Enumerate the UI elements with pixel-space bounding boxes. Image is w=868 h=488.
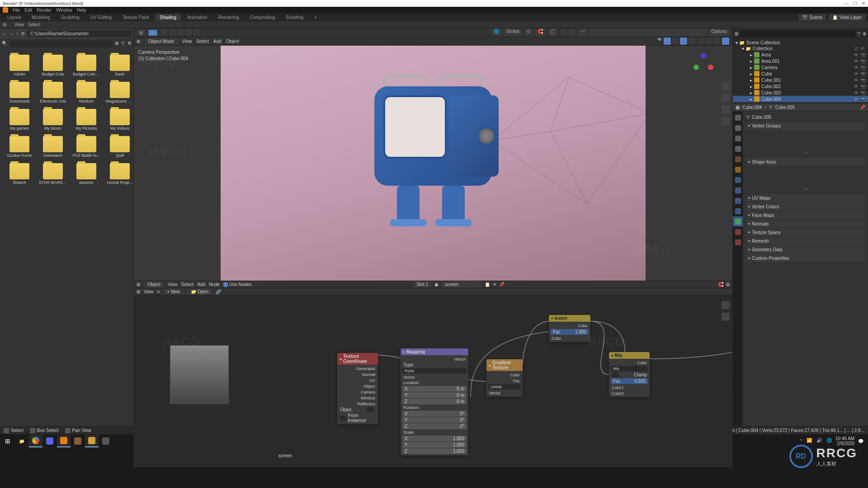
- menu-help[interactable]: Help: [77, 8, 86, 13]
- ptab-render[interactable]: [733, 113, 743, 122]
- ie-link-icon[interactable]: 🔗: [216, 289, 221, 294]
- use-nodes-toggle[interactable]: Use Nodes: [223, 282, 251, 287]
- ie-new-button[interactable]: + New: [163, 288, 184, 295]
- ptab-modifiers[interactable]: [733, 175, 743, 185]
- zoom-icon[interactable]: [722, 82, 730, 90]
- vp-shading-solid[interactable]: [706, 38, 713, 45]
- render-icon[interactable]: 📷: [860, 65, 865, 70]
- ptab-mesh-data[interactable]: [733, 216, 743, 226]
- tree-item[interactable]: ▸Camera👁📷: [733, 64, 868, 70]
- vp-shading-rendered[interactable]: [722, 38, 729, 45]
- select-mode-2[interactable]: [169, 29, 176, 36]
- visibility-icon[interactable]: 👁: [854, 59, 859, 64]
- tray-lang-icon[interactable]: 🌐: [826, 438, 832, 444]
- ptab-viewlayer[interactable]: [733, 133, 743, 143]
- menu-edit[interactable]: Edit: [24, 8, 32, 13]
- shade-1[interactable]: [664, 38, 671, 45]
- fb-search-input[interactable]: [10, 41, 112, 47]
- ne-overlay-icon[interactable]: ⊞: [726, 282, 730, 287]
- folder-item[interactable]: Electronic Arts: [37, 80, 69, 105]
- vp-shading-wire[interactable]: [698, 38, 705, 45]
- task-discord[interactable]: [43, 435, 57, 447]
- select-mode-4[interactable]: [185, 29, 192, 36]
- vp-menu-add[interactable]: Add: [213, 39, 222, 44]
- tray-notifications-icon[interactable]: 💬: [858, 439, 863, 444]
- ptab-particles[interactable]: [733, 185, 743, 195]
- render-icon[interactable]: 📷: [860, 78, 865, 83]
- node-header[interactable]: Mix: [609, 352, 650, 359]
- select-mode-5[interactable]: [193, 29, 200, 36]
- folder-item[interactable]: Budget Cuts ...: [71, 53, 102, 78]
- ptab-output[interactable]: [733, 123, 743, 133]
- node-invert[interactable]: Invert Color Fac1.000 Color: [549, 315, 590, 342]
- panel-remesh[interactable]: Remesh: [745, 237, 865, 245]
- folder-item[interactable]: Adobe: [4, 53, 35, 78]
- task-blender[interactable]: [57, 435, 71, 447]
- folder-item[interactable]: Oculus Home: [4, 134, 35, 160]
- select-mode-3[interactable]: [177, 29, 184, 36]
- tab-add[interactable]: +: [310, 14, 321, 21]
- axis-x[interactable]: [708, 65, 713, 70]
- fb-settings-icon[interactable]: ⚙: [127, 41, 132, 47]
- menu-file[interactable]: File: [13, 8, 20, 13]
- ptab-material[interactable]: [733, 227, 743, 237]
- folder-item[interactable]: My Pictures: [71, 107, 102, 132]
- gradient-type-select[interactable]: Linear: [488, 384, 521, 389]
- node-mapping[interactable]: Mapping Vector Type: Point Vector Locati…: [401, 348, 468, 455]
- fb-filter-icon2[interactable]: ▽: [121, 41, 125, 47]
- move-icon[interactable]: [722, 94, 730, 102]
- render-icon[interactable]: 📷: [860, 84, 865, 89]
- fb-back-button[interactable]: ←: [2, 31, 6, 36]
- mode-dropdown[interactable]: Object Mode: [145, 38, 178, 45]
- fb-refresh-button[interactable]: ⟳: [21, 31, 25, 36]
- viewlayer-selector[interactable]: 📋View Layer: [829, 14, 865, 21]
- fb-menu-view[interactable]: View: [14, 22, 24, 27]
- ne-zoom-icon[interactable]: [722, 301, 730, 309]
- panel-uv-maps[interactable]: UV Maps: [745, 194, 865, 202]
- visibility-icon[interactable]: 👁: [854, 84, 859, 89]
- outliner-new-collection[interactable]: ⊕: [863, 31, 866, 36]
- folder-item[interactable]: Unreal Proje...: [104, 161, 133, 187]
- shade-4[interactable]: [688, 38, 695, 45]
- axis-y[interactable]: [693, 65, 699, 70]
- vp-shading-matprev[interactable]: [714, 38, 721, 45]
- folder-item[interactable]: Dash: [104, 53, 133, 78]
- tree-item[interactable]: ▸Cube.003👁📷: [733, 89, 868, 96]
- folder-item[interactable]: ShareX: [4, 161, 35, 187]
- fb-filter-icon[interactable]: ⊞: [3, 22, 6, 27]
- folder-item[interactable]: STAR WARS ...: [37, 161, 69, 187]
- folder-item[interactable]: Overwatch: [37, 134, 69, 160]
- ie-menu-view[interactable]: View: [144, 289, 154, 294]
- fb-forward-button[interactable]: →: [9, 31, 14, 36]
- render-icon[interactable]: 📷: [860, 59, 865, 64]
- tab-shading[interactable]: Shading: [155, 14, 181, 21]
- maximize-button[interactable]: ☐: [853, 1, 857, 6]
- node-header[interactable]: Gradient Texture: [486, 359, 523, 371]
- visibility-icon[interactable]: 👁: [854, 97, 859, 102]
- vp-menu-select[interactable]: Select: [196, 39, 209, 44]
- mix-blend-select[interactable]: Mix: [611, 366, 648, 371]
- ptab-texture[interactable]: [733, 237, 743, 247]
- panel-texture-space[interactable]: Texture Space: [745, 229, 865, 236]
- tree-item[interactable]: ▸Cube👁📷: [733, 70, 868, 77]
- task-explorer[interactable]: 📁: [15, 435, 28, 447]
- render-icon[interactable]: 📷: [860, 90, 865, 95]
- node-gradient-texture[interactable]: Gradient Texture Color Fac Linear Vector: [486, 359, 523, 397]
- gizmo-2[interactable]: [568, 29, 576, 36]
- folder-item[interactable]: steamvr: [71, 161, 102, 187]
- render-icon[interactable]: 📷: [860, 97, 865, 102]
- visibility-icon[interactable]: 👁: [854, 71, 859, 76]
- ptab-physics[interactable]: [733, 196, 743, 206]
- panel-custom-properties[interactable]: Custom Properties: [745, 254, 865, 262]
- snap-icon[interactable]: 🧲: [535, 28, 546, 37]
- tab-texture-paint[interactable]: Texture Paint: [118, 14, 153, 21]
- vp-editor-icon[interactable]: ⊞: [137, 39, 140, 44]
- ptab-world[interactable]: [733, 154, 743, 164]
- ptab-scene[interactable]: [733, 144, 743, 154]
- menu-window[interactable]: Window: [56, 8, 72, 13]
- folder-item[interactable]: Downloads: [4, 80, 35, 105]
- persp-icon[interactable]: [722, 117, 730, 125]
- ne-snap-icon[interactable]: 🧲: [718, 282, 723, 287]
- ne-type-dropdown[interactable]: Object: [144, 281, 164, 288]
- mat-new-icon[interactable]: 📋: [485, 282, 490, 287]
